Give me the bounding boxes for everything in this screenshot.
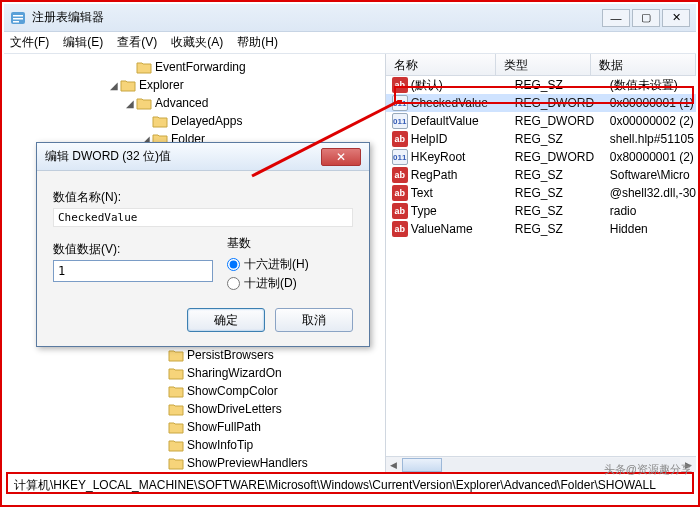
tree-item[interactable]: ShowPreviewHandlers xyxy=(4,454,385,472)
value-row[interactable]: 011DefaultValueREG_DWORD0x00000002 (2) xyxy=(386,112,696,130)
cancel-button[interactable]: 取消 xyxy=(275,308,353,332)
value-data-input[interactable] xyxy=(53,260,213,282)
folder-icon xyxy=(136,96,152,110)
value-name-field: CheckedValue xyxy=(53,208,353,227)
folder-icon xyxy=(152,114,168,128)
menu-help[interactable]: 帮助(H) xyxy=(237,34,278,51)
folder-icon xyxy=(168,420,184,434)
dword-icon: 011 xyxy=(392,95,408,111)
tree-item[interactable]: ShowFullPath xyxy=(4,418,385,436)
svg-rect-3 xyxy=(13,21,19,23)
tree-item[interactable]: PersistBrowsers xyxy=(4,346,385,364)
string-icon: ab xyxy=(392,203,408,219)
dialog-close-button[interactable]: ✕ xyxy=(321,148,361,166)
col-data[interactable]: 数据 xyxy=(591,54,696,75)
value-row[interactable]: abHelpIDREG_SZshell.hlp#51105 xyxy=(386,130,696,148)
radix-dec-radio[interactable]: 十进制(D) xyxy=(227,275,309,292)
radix-hex-radio[interactable]: 十六进制(H) xyxy=(227,256,309,273)
value-row[interactable]: 011CheckedValueREG_DWORD0x00000001 (1) xyxy=(386,94,696,112)
folder-icon xyxy=(168,438,184,452)
folder-icon xyxy=(168,366,184,380)
folder-icon xyxy=(168,456,184,470)
list-header: 名称 类型 数据 xyxy=(386,54,696,76)
tree-item[interactable]: ShowDriveLetters xyxy=(4,400,385,418)
string-icon: ab xyxy=(392,131,408,147)
edit-dword-dialog: 编辑 DWORD (32 位)值 ✕ 数值名称(N): CheckedValue… xyxy=(36,142,370,347)
tree-item[interactable]: ◢Advanced xyxy=(4,94,385,112)
menu-edit[interactable]: 编辑(E) xyxy=(63,34,103,51)
value-row[interactable]: abTextREG_SZ@shell32.dll,-30 xyxy=(386,184,696,202)
menu-file[interactable]: 文件(F) xyxy=(10,34,49,51)
values-pane[interactable]: 名称 类型 数据 ab(默认)REG_SZ(数值未设置)011CheckedVa… xyxy=(386,54,696,472)
value-row[interactable]: ab(默认)REG_SZ(数值未设置) xyxy=(386,76,696,94)
string-icon: ab xyxy=(392,167,408,183)
tree-item[interactable]: ShowInfoTip xyxy=(4,436,385,454)
folder-icon xyxy=(136,60,152,74)
scroll-left-icon[interactable]: ◀ xyxy=(386,460,402,470)
menu-view[interactable]: 查看(V) xyxy=(117,34,157,51)
folder-icon xyxy=(168,348,184,362)
string-icon: ab xyxy=(392,221,408,237)
dialog-title: 编辑 DWORD (32 位)值 xyxy=(45,148,171,165)
tree-item[interactable]: SharingWizardOn xyxy=(4,364,385,382)
window-title: 注册表编辑器 xyxy=(32,9,104,26)
value-row[interactable]: 011HKeyRootREG_DWORD0x80000001 (2) xyxy=(386,148,696,166)
status-bar: 计算机\HKEY_LOCAL_MACHINE\SOFTWARE\Microsof… xyxy=(6,472,694,494)
watermark: 头条@资源趣分享 xyxy=(604,462,692,477)
value-row[interactable]: abTypeREG_SZradio xyxy=(386,202,696,220)
value-name-label: 数值名称(N): xyxy=(53,189,353,206)
value-data-label: 数值数据(V): xyxy=(53,241,213,258)
menu-favorites[interactable]: 收藏夹(A) xyxy=(171,34,223,51)
tree-item[interactable]: EventForwarding xyxy=(4,58,385,76)
folder-icon xyxy=(120,78,136,92)
svg-rect-2 xyxy=(13,18,23,20)
string-icon: ab xyxy=(392,185,408,201)
folder-icon xyxy=(168,384,184,398)
title-bar: 注册表编辑器 — ▢ ✕ xyxy=(4,4,696,32)
dword-icon: 011 xyxy=(392,149,408,165)
string-icon: ab xyxy=(392,77,408,93)
svg-rect-1 xyxy=(13,15,23,17)
ok-button[interactable]: 确定 xyxy=(187,308,265,332)
close-button[interactable]: ✕ xyxy=(662,9,690,27)
tree-item[interactable]: ShowCompColor xyxy=(4,382,385,400)
dword-icon: 011 xyxy=(392,113,408,129)
regedit-icon xyxy=(10,10,26,26)
tree-item[interactable]: ◢Explorer xyxy=(4,76,385,94)
maximize-button[interactable]: ▢ xyxy=(632,9,660,27)
folder-icon xyxy=(168,402,184,416)
col-name[interactable]: 名称 xyxy=(386,54,496,75)
value-row[interactable]: abRegPathREG_SZSoftware\Micro xyxy=(386,166,696,184)
value-row[interactable]: abValueNameREG_SZHidden xyxy=(386,220,696,238)
radix-label: 基数 xyxy=(227,235,309,252)
col-type[interactable]: 类型 xyxy=(496,54,591,75)
minimize-button[interactable]: — xyxy=(602,9,630,27)
menu-bar: 文件(F) 编辑(E) 查看(V) 收藏夹(A) 帮助(H) xyxy=(4,32,696,54)
scroll-thumb[interactable] xyxy=(402,458,442,472)
tree-item[interactable]: DelayedApps xyxy=(4,112,385,130)
